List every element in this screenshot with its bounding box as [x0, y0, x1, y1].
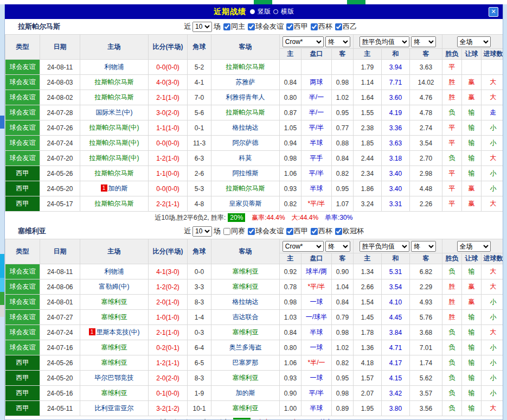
league-filter-label: 西甲 [294, 22, 308, 31]
league-filter-checkbox[interactable] [286, 23, 293, 30]
ah-home-odds: 0.78 [280, 279, 301, 295]
league-filter[interactable]: 同赛 [223, 226, 245, 236]
col-header-eu-home: 主 [354, 49, 382, 60]
league-filter-label: 球会友谊 [255, 22, 284, 31]
away-team: 格拉纳达 [211, 120, 280, 136]
league-filter[interactable]: 西杯 [311, 226, 332, 236]
league-filter[interactable]: 同主 [223, 22, 245, 31]
match-row: 球会友谊24-07-27塞维利亚1-0(1-0)1-4吉达联合1.03一/球半0… [5, 310, 504, 325]
away-team: 阿尔萨德 [211, 136, 280, 151]
europe-odds-select[interactable]: 胜平负均值 [360, 241, 409, 252]
corner-score: 6-5 [188, 355, 211, 371]
corner-score: 3-3 [188, 279, 211, 295]
league-filter-checkbox[interactable] [335, 23, 342, 30]
league-filter-checkbox[interactable] [223, 23, 230, 30]
league-filter-checkbox[interactable] [335, 228, 342, 235]
eu-home-odds: 1.86 [354, 181, 382, 196]
odds-company-select[interactable]: Crow* [283, 36, 324, 47]
eu-away-odds: 3.57 [410, 386, 442, 401]
away-team: 拉斯帕尔马斯 [211, 181, 280, 196]
match-score: 2-1(1-0) [149, 90, 188, 105]
col-header-handicap-result: 让球 [462, 49, 482, 60]
result-goals: 小 [482, 355, 503, 371]
europe-time-select[interactable]: 终 [411, 241, 436, 252]
eu-home-odds: 1.79 [354, 60, 382, 75]
league-filter[interactable]: 西甲 [286, 226, 308, 236]
ah-home-odds: 0.80 [280, 340, 301, 355]
match-count-select[interactable]: 10 [192, 226, 212, 237]
radio-icon[interactable] [250, 9, 255, 14]
away-team: 皇家贝蒂斯 [211, 196, 280, 212]
match-row: 球会友谊24-07-28国际米兰(中)3-0(2-0)5-6拉斯帕尔马斯0.87… [5, 105, 504, 120]
europe-odds-select[interactable]: 胜平负均值 [360, 36, 409, 47]
single-rate: 单率:70% [319, 418, 347, 420]
league-filter[interactable]: 西甲 [286, 22, 308, 31]
corner-score: 0-0 [188, 264, 211, 279]
eu-draw-odds: 5.31 [382, 264, 410, 279]
ah-home-odds: 1.06 [280, 166, 301, 181]
ah-line: 平/半 [301, 120, 332, 136]
league-filter[interactable]: 欧冠杯 [335, 226, 364, 236]
match-score: 0-0(0-0) [149, 181, 188, 196]
result-wdl: 负 [442, 340, 462, 355]
result-goals: 小 [482, 310, 503, 325]
background-fragment [0, 254, 4, 278]
filters: 近 10 场 同主球会友谊西甲西杯西乙 [184, 22, 357, 32]
match-score: 1-2(1-0) [149, 151, 188, 166]
eu-away-odds: 4.48 [410, 181, 442, 196]
team-name: 拉斯帕尔马斯 [5, 22, 184, 31]
odds-time-select[interactable]: 终 [325, 36, 350, 47]
away-team: 吉达联合 [211, 310, 280, 325]
away-team: 塞维利亚 [211, 401, 280, 416]
league-filter[interactable]: 球会友谊 [248, 22, 284, 31]
eu-home-odds: 1.14 [354, 75, 382, 90]
background-fragment [0, 305, 4, 317]
eu-home-odds: 1.54 [354, 295, 382, 310]
col-header-eu-draw: 和 [382, 253, 410, 264]
radio-label[interactable]: 竖版 [258, 7, 271, 16]
home-team: 国际米兰(中) [80, 105, 149, 120]
league-filter-label: 西甲 [294, 226, 308, 236]
col-header-ah-line: 盘口 [301, 49, 332, 60]
eu-away-odds: 14.02 [410, 75, 442, 90]
eu-draw-odds: 3.18 [382, 151, 410, 166]
result-goals: 小 [482, 136, 503, 151]
ah-home-odds: 1.05 [280, 120, 301, 136]
radio-label[interactable]: 横版 [281, 7, 294, 16]
league-filter-checkbox[interactable] [311, 228, 318, 235]
away-team: 科莫 [211, 151, 280, 166]
match-date: 24-07-24 [40, 325, 80, 340]
ah-home-odds: 0.90 [280, 386, 301, 401]
ah-line [301, 60, 332, 75]
ah-line: 一球 [301, 371, 332, 386]
scope-select[interactable]: 全场 [457, 36, 491, 47]
radio-icon[interactable] [273, 9, 278, 14]
eu-draw-odds: 4.17 [382, 355, 410, 371]
match-row: 球会友谊24-08-03拉斯帕尔马斯4-0(3-0)4-1苏雅萨0.84两球0.… [5, 75, 504, 90]
scope-select[interactable]: 全场 [457, 241, 491, 252]
league-filter-label: 西杯 [318, 226, 332, 236]
league-filter[interactable]: 西乙 [335, 22, 357, 31]
ah-line: 两球 [301, 75, 332, 90]
match-date: 24-05-26 [40, 355, 80, 371]
odds-company-select[interactable]: Crow* [283, 241, 324, 252]
europe-time-select[interactable]: 终 [411, 36, 436, 47]
league-filter-checkbox[interactable] [223, 228, 230, 235]
match-type: 球会友谊 [5, 105, 40, 120]
league-filter-checkbox[interactable] [286, 228, 293, 235]
league-filter-checkbox[interactable] [248, 228, 255, 235]
ah-line: 半/一 [301, 105, 332, 120]
league-filter[interactable]: 球会友谊 [248, 226, 284, 236]
close-icon[interactable]: ✕ [489, 7, 498, 17]
summary-text: 近10场,胜3平0负7, 胜率: [161, 418, 232, 420]
league-filter[interactable]: 西杯 [311, 22, 332, 31]
odds-time-select[interactable]: 终 [325, 241, 350, 252]
league-filter-checkbox[interactable] [248, 23, 255, 30]
col-header-ah-away: 客 [332, 253, 354, 264]
match-score: 0-2(0-1) [149, 340, 188, 355]
match-type: 西甲 [5, 401, 40, 416]
league-filter-checkbox[interactable] [311, 23, 318, 30]
match-count-select[interactable]: 10 [192, 22, 212, 32]
ah-away-odds: 0.88 [332, 136, 354, 151]
match-type: 球会友谊 [5, 136, 40, 151]
